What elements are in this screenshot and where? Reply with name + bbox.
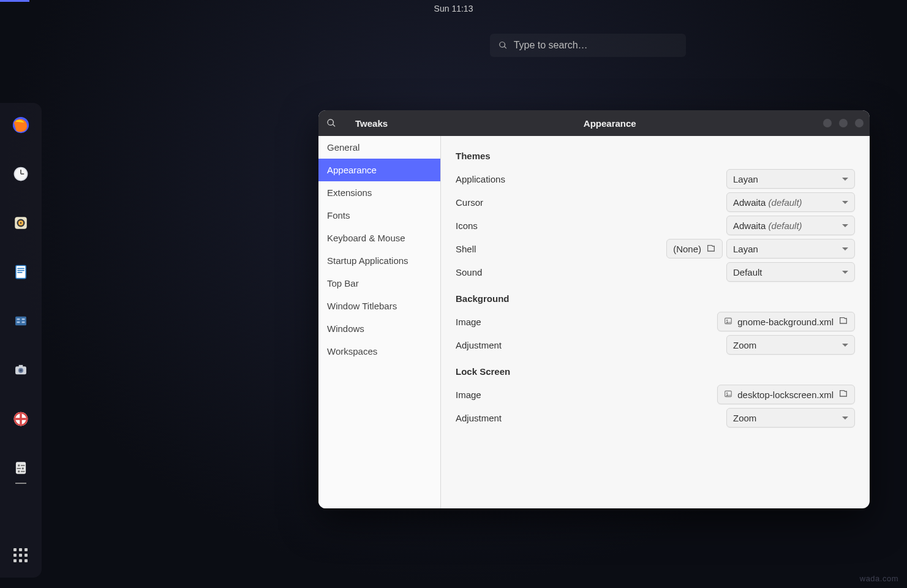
dock-clock[interactable]	[11, 164, 31, 184]
label-sound: Sound	[456, 267, 482, 277]
svg-point-30	[18, 470, 20, 472]
image-icon	[724, 390, 732, 400]
chevron-down-icon	[842, 271, 848, 274]
combo-shell-value: Layan	[733, 244, 758, 254]
dock	[0, 103, 42, 578]
svg-point-35	[726, 392, 728, 393]
svg-rect-24	[20, 413, 22, 424]
combo-cursor-value: Adwaita	[733, 197, 766, 208]
clock-label: Sun 11:13	[434, 4, 473, 13]
svg-rect-12	[17, 272, 22, 273]
topbar: Sun 11:13	[0, 0, 907, 17]
section-themes-title: Themes	[456, 151, 855, 161]
open-icon	[838, 316, 848, 328]
svg-rect-14	[17, 318, 20, 320]
combo-sound[interactable]: Default	[726, 262, 855, 282]
sidebar-item-windows[interactable]: Windows	[318, 317, 440, 340]
clock-icon	[12, 165, 29, 183]
dock-music[interactable]	[11, 213, 31, 233]
file-bg-image[interactable]: gnome-background.xml	[717, 312, 855, 331]
label-ls-adjustment: Adjustment	[456, 413, 502, 423]
combo-icons-default: (default)	[769, 221, 802, 231]
file-ls-image-value: desktop-lockscreen.xml	[737, 390, 834, 400]
sidebar-item-workspaces[interactable]: Workspaces	[318, 340, 440, 363]
sidebar-item-top-bar[interactable]: Top Bar	[318, 272, 440, 295]
dock-help[interactable]	[11, 409, 31, 429]
combo-ls-adjustment-value: Zoom	[733, 413, 756, 423]
chevron-down-icon	[842, 417, 848, 420]
dock-writer[interactable]	[11, 262, 31, 282]
sidebar-item-appearance[interactable]: Appearance	[318, 159, 440, 181]
window-controls	[823, 119, 864, 127]
label-cursor: Cursor	[456, 197, 483, 208]
combo-shell[interactable]: Layan	[726, 239, 855, 258]
svg-point-33	[726, 319, 728, 320]
window-minimize-button[interactable]	[823, 119, 832, 127]
sidebar-item-keyboard-mouse[interactable]: Keyboard & Mouse	[318, 227, 440, 249]
file-ls-image[interactable]: desktop-lockscreen.xml	[717, 385, 855, 404]
row-cursor: Cursor Adwaita (default)	[456, 190, 855, 214]
row-bg-adjustment: Adjustment Zoom	[456, 333, 855, 356]
sidebar-item-general[interactable]: General	[318, 136, 440, 159]
svg-rect-11	[17, 270, 24, 271]
svg-rect-19	[19, 365, 23, 367]
combo-bg-adjustment[interactable]: Zoom	[726, 335, 855, 355]
search-input[interactable]	[514, 40, 677, 51]
combo-cursor[interactable]: Adwaita (default)	[726, 192, 855, 212]
content-pane: Themes Applications Layan Cursor Adwaita…	[441, 136, 870, 508]
chevron-down-icon	[842, 201, 848, 204]
screenshot-icon	[13, 362, 29, 378]
combo-ls-adjustment[interactable]: Zoom	[726, 408, 855, 428]
combo-applications[interactable]: Layan	[726, 169, 855, 189]
combo-applications-value: Layan	[733, 174, 758, 184]
svg-rect-17	[22, 322, 25, 323]
label-bg-image: Image	[456, 317, 481, 327]
label-applications: Applications	[456, 174, 505, 184]
music-icon	[13, 215, 29, 231]
row-icons: Icons Adwaita (default)	[456, 214, 855, 237]
dock-screenshot[interactable]	[11, 360, 31, 380]
shell-file-button[interactable]: (None)	[666, 239, 723, 258]
svg-rect-15	[22, 318, 25, 320]
window-maximize-button[interactable]	[839, 119, 848, 127]
sidebar-item-startup-applications[interactable]: Startup Applications	[318, 249, 440, 272]
titlebar[interactable]: Tweaks Appearance	[318, 110, 870, 136]
activities-indicator	[0, 0, 29, 2]
sidebar: General Appearance Extensions Fonts Keyb…	[318, 136, 441, 508]
row-ls-image: Image desktop-lockscreen.xml	[456, 383, 855, 406]
window-close-button[interactable]	[855, 119, 864, 127]
svg-point-28	[22, 467, 24, 469]
svg-point-21	[20, 369, 22, 372]
chevron-down-icon	[842, 224, 848, 227]
dock-firefox[interactable]	[11, 115, 31, 135]
label-icons: Icons	[456, 221, 478, 231]
app-title: Tweaks	[355, 118, 388, 129]
dock-apps-grid[interactable]	[11, 546, 31, 565]
row-applications: Applications Layan	[456, 167, 855, 190]
row-bg-image: Image gnome-background.xml	[456, 310, 855, 333]
open-icon	[706, 244, 716, 254]
dock-tweaks[interactable]	[11, 458, 31, 478]
row-shell: Shell (None) Layan	[456, 237, 855, 260]
combo-icons-value: Adwaita	[733, 221, 766, 231]
open-icon	[838, 389, 848, 401]
row-sound: Sound Default	[456, 260, 855, 284]
sidebar-item-extensions[interactable]: Extensions	[318, 181, 440, 204]
titlebar-search-button[interactable]	[318, 110, 344, 136]
svg-rect-13	[15, 317, 26, 326]
firefox-icon	[12, 116, 30, 134]
apps-grid-icon	[13, 548, 28, 563]
combo-icons[interactable]: Adwaita (default)	[726, 216, 855, 235]
search-icon	[326, 118, 336, 128]
search-icon	[499, 40, 508, 50]
svg-point-26	[18, 464, 20, 466]
combo-sound-value: Default	[733, 267, 762, 277]
sidebar-item-fonts[interactable]: Fonts	[318, 204, 440, 227]
dock-files[interactable]	[11, 311, 31, 331]
file-bg-image-value: gnome-background.xml	[737, 317, 834, 327]
overview-search[interactable]	[490, 34, 686, 57]
files-icon	[13, 313, 29, 329]
svg-rect-16	[17, 322, 20, 323]
svg-point-8	[20, 222, 21, 224]
sidebar-item-window-titlebars[interactable]: Window Titlebars	[318, 295, 440, 317]
